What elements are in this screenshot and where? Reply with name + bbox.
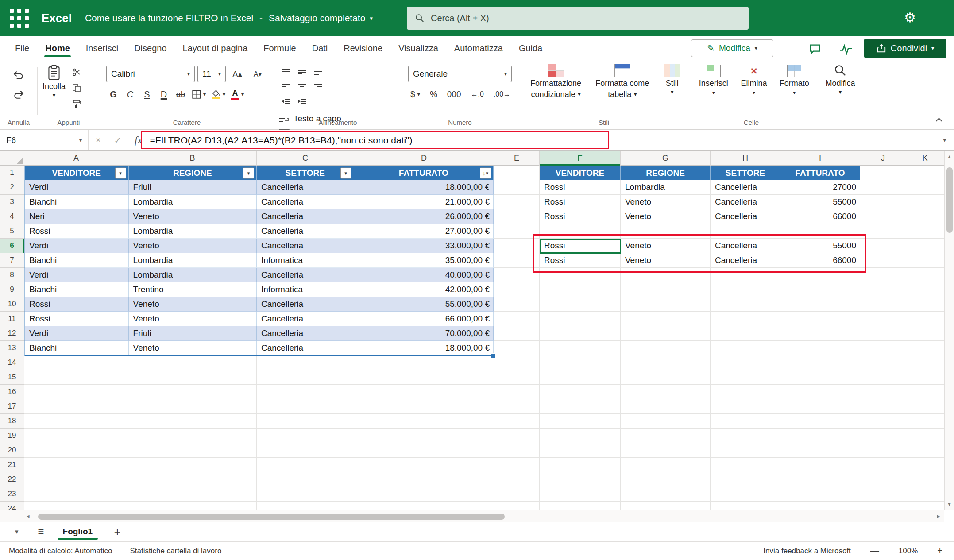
tab-inserisci[interactable]: Inserisci: [84, 36, 120, 60]
cells-layer[interactable]: VENDITORE▾REGIONE▾SETTORE▾FATTURATO↓▾Ver…: [24, 166, 944, 510]
cell[interactable]: 18.000,00 €: [354, 341, 494, 355]
row-header-14[interactable]: 14: [0, 355, 24, 370]
name-box[interactable]: F6 ▾: [0, 130, 89, 150]
sheet-nav-chevron-icon[interactable]: ▾: [15, 528, 19, 536]
column-header-F[interactable]: F: [540, 151, 621, 166]
row-header-3[interactable]: 3: [0, 195, 24, 209]
row-header-24[interactable]: 24: [0, 502, 24, 510]
editing-button[interactable]: Modifica ▾: [813, 60, 868, 95]
cell[interactable]: Friuli: [129, 326, 257, 341]
cell[interactable]: 27000: [780, 180, 860, 195]
row-header-16[interactable]: 16: [0, 385, 24, 399]
table-header-cell[interactable]: FATTURATO: [780, 166, 860, 180]
number-format-select[interactable]: Generale ▾: [408, 66, 512, 82]
cell[interactable]: 66000: [780, 209, 860, 224]
cell[interactable]: Cancelleria: [257, 297, 354, 312]
tab-home[interactable]: Home: [43, 36, 72, 60]
cell[interactable]: Cancelleria: [257, 268, 354, 282]
row-header-6[interactable]: 6: [0, 239, 24, 253]
cell[interactable]: Cancelleria: [711, 180, 780, 195]
cell[interactable]: Rossi: [25, 224, 129, 239]
cancel-entry-button[interactable]: ×: [89, 130, 108, 150]
activity-button[interactable]: [836, 42, 856, 57]
cell[interactable]: 35.000,00 €: [354, 253, 494, 268]
formula-input[interactable]: =FILTRO(A2:D13;(A2:A13=A5)*(B2:B13=B4);"…: [150, 135, 954, 146]
cell[interactable]: Bianchi: [25, 282, 129, 297]
decrease-indent-button[interactable]: [278, 95, 293, 108]
cut-button[interactable]: [68, 66, 85, 79]
collapse-ribbon-button[interactable]: [935, 117, 942, 124]
select-all-corner[interactable]: [0, 151, 24, 166]
cell[interactable]: Verdi: [25, 180, 129, 195]
cell[interactable]: Rossi: [540, 195, 621, 209]
table-header-cell[interactable]: VENDITORE▾: [25, 166, 129, 180]
cell[interactable]: Lombardia: [129, 224, 257, 239]
row-header-17[interactable]: 17: [0, 399, 24, 414]
cell[interactable]: Rossi: [540, 209, 621, 224]
currency-format-button[interactable]: $ ▾: [407, 87, 423, 102]
row-header-2[interactable]: 2: [0, 180, 24, 195]
cell[interactable]: Bianchi: [25, 341, 129, 355]
column-header-C[interactable]: C: [257, 151, 354, 166]
tab-disegno[interactable]: Disegno: [132, 36, 168, 60]
row-header-15[interactable]: 15: [0, 370, 24, 385]
scroll-left-icon[interactable]: ◂: [27, 513, 30, 519]
undo-button[interactable]: [9, 66, 28, 82]
vertical-scrollbar-thumb[interactable]: [946, 167, 953, 233]
search-box[interactable]: Cerca (Alt + X): [407, 7, 749, 30]
cell[interactable]: Verdi: [25, 326, 129, 341]
font-size-select[interactable]: 11 ▾: [197, 66, 226, 82]
paste-button[interactable]: Incolla ▾: [42, 65, 66, 111]
cell[interactable]: Veneto: [129, 209, 257, 224]
thousands-format-button[interactable]: 000: [444, 87, 464, 102]
cell[interactable]: Cancelleria: [257, 180, 354, 195]
bold-button[interactable]: G: [105, 86, 121, 102]
cell-styles-button[interactable]: Stili ▾: [654, 60, 690, 99]
cell[interactable]: Cancelleria: [711, 239, 780, 253]
increase-indent-button[interactable]: [294, 95, 309, 108]
align-left-button[interactable]: [278, 81, 293, 93]
cell[interactable]: Veneto: [129, 312, 257, 326]
row-header-9[interactable]: 9: [0, 282, 24, 297]
cell[interactable]: Bianchi: [25, 253, 129, 268]
scroll-right-icon[interactable]: ▸: [937, 513, 940, 519]
cell[interactable]: 27.000,00 €: [354, 224, 494, 239]
filter-button[interactable]: ▾: [340, 167, 351, 178]
settings-button[interactable]: ⚙: [904, 10, 916, 25]
column-header-J[interactable]: J: [860, 151, 906, 166]
cell[interactable]: Lombardia: [129, 195, 257, 209]
table-header-cell[interactable]: REGIONE▾: [129, 166, 257, 180]
filter-sorted-button[interactable]: ↓▾: [480, 167, 491, 178]
italic-button[interactable]: C: [122, 86, 138, 102]
cell[interactable]: Rossi: [540, 180, 621, 195]
cell[interactable]: Veneto: [621, 195, 711, 209]
column-header-K[interactable]: K: [906, 151, 944, 166]
row-header-4[interactable]: 4: [0, 209, 24, 224]
cell[interactable]: Neri: [25, 209, 129, 224]
cell[interactable]: Cancelleria: [257, 326, 354, 341]
cell[interactable]: 66000: [780, 253, 860, 268]
delete-cells-button[interactable]: Elimina ▾: [735, 65, 772, 95]
row-header-12[interactable]: 12: [0, 326, 24, 341]
cell[interactable]: 26.000,00 €: [354, 209, 494, 224]
decrease-font-size-button[interactable]: A▾: [249, 66, 267, 82]
redo-button[interactable]: [9, 86, 28, 102]
app-launcher-button[interactable]: [7, 6, 31, 30]
zoom-level[interactable]: 100%: [899, 547, 918, 556]
cell[interactable]: Lombardia: [129, 253, 257, 268]
row-header-20[interactable]: 20: [0, 443, 24, 458]
column-header-G[interactable]: G: [621, 151, 711, 166]
insert-cells-button[interactable]: Inserisci ▾: [695, 65, 732, 95]
zoom-out-button[interactable]: —: [870, 546, 879, 556]
row-header-22[interactable]: 22: [0, 472, 24, 487]
tab-file[interactable]: File: [13, 36, 31, 60]
cell[interactable]: Friuli: [129, 180, 257, 195]
row-header-1[interactable]: 1: [0, 166, 24, 180]
align-top-button[interactable]: [278, 66, 293, 78]
column-header-B[interactable]: B: [128, 151, 257, 166]
cell[interactable]: Lombardia: [129, 268, 257, 282]
cell[interactable]: 55000: [780, 239, 860, 253]
align-center-button[interactable]: [294, 81, 309, 93]
cell[interactable]: Cancelleria: [257, 312, 354, 326]
comments-button[interactable]: [805, 42, 825, 57]
